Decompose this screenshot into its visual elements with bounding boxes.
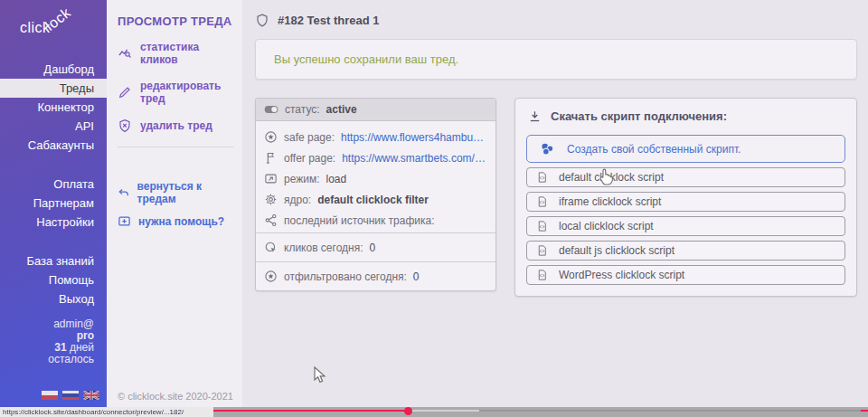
safe-page-row: safe page: https://www.flowers4hamburg.c… [256,127,495,147]
row-label: ядро: [284,194,311,206]
need-help-link[interactable]: нужна помощь? [118,214,233,228]
sidebar-item-partners[interactable]: Партнерам [0,194,107,213]
status-header-row: статус: active [256,99,495,121]
account-info: admin@ pro 31 дней осталось [0,318,107,365]
progress-end-marker [861,410,868,412]
sidebar-nav: Дашборд Треды Коннектор API Сабакаунты О… [0,45,107,308]
sidebar-item-knowledge-base[interactable]: База знаний [0,251,107,270]
thread-panel: ПРОСМОТР ТРЕДА статистика кликов редакти… [107,0,242,407]
file-code-icon [536,171,548,184]
status-value: active [326,103,357,116]
button-label: iframe clicklock script [559,195,661,208]
safe-page-link[interactable]: https://www.flowers4hamburg.com/ [341,131,487,144]
undo-icon [118,186,130,200]
sidebar-item-payment[interactable]: Оплата [0,175,107,194]
clicklock-logo: click lock [0,7,107,45]
link-label: вернуться к тредам [137,180,233,205]
panel-divider [118,147,233,147]
iframe-clicklock-script-button[interactable]: iframe clicklock script [526,192,845,212]
ads-click-icon [264,241,278,254]
sidebar-item-settings[interactable]: Настройки [0,213,107,232]
sidebar-item-dashboard[interactable]: Дашборд [0,60,107,79]
sidebar: click lock Дашборд Треды Коннектор API С… [0,0,107,407]
gear-icon [264,193,278,206]
action-edit-thread[interactable]: редактировать тред [118,80,233,105]
flag-icon [264,151,278,165]
row-label: режим: [284,173,320,185]
browser-status-url: https://clicklock.site/dashboard/connect… [0,407,213,417]
share-icon [264,213,278,227]
thread-panel-title: ПРОСМОТР ТРЕДА [118,14,233,28]
mode-value: load [326,173,347,185]
app-window: click lock Дашборд Треды Коннектор API С… [0,0,868,407]
nodes-icon [538,141,556,157]
toggle-on-icon [264,105,278,114]
russia-flag-icon[interactable] [62,391,79,400]
sidebar-item-connector[interactable]: Коннектор [0,98,107,117]
button-label: WordPress clicklock script [559,269,684,281]
sidebar-item-logout[interactable]: Выход [0,289,107,308]
filtered-today-value: 0 [413,270,420,283]
pencil-icon [118,85,132,100]
action-label: удалить тред [140,119,212,132]
wordpress-clicklock-script-button[interactable]: WordPress clicklock script [526,265,845,285]
progress-handle[interactable] [404,407,412,415]
page-title: #182 Test thread 1 [278,14,379,27]
main-content: #182 Test thread 1 Вы успешно сохранили … [242,0,868,407]
button-label: local clicklock script [559,220,654,232]
file-code-icon [536,220,548,232]
local-clicklock-script-button[interactable]: local clicklock script [526,216,845,236]
badge-star-icon [264,130,278,144]
offer-page-link[interactable]: https://www.smartbets.com/football/tea..… [342,152,487,165]
download-scripts-card: Скачать скрипт подключения: Создать свой… [514,98,857,297]
back-to-threads-link[interactable]: вернуться к тредам [118,180,233,205]
action-click-stats[interactable]: статистика кликов [118,41,233,66]
button-label: default js clicklock script [559,244,675,257]
thread-panel-links: вернуться к тредам нужна помощь? [118,180,233,228]
mode-row: режим: load [256,168,495,189]
filter-badge-icon [264,270,278,283]
thread-header: #182 Test thread 1 [255,13,857,28]
sidebar-item-threads[interactable]: Треды [0,79,107,98]
sidebar-item-help[interactable]: Помощь [0,270,107,289]
progress-buffer [409,410,479,412]
button-label: default clicklock script [559,171,664,184]
download-icon [528,109,542,123]
success-alert: Вы успешно сохранили ваш тред. [255,39,857,80]
stat-label: кликов сегодня: [284,242,363,254]
status-label: статус: [285,103,320,116]
sidebar-item-api[interactable]: API [0,117,107,136]
action-label: редактировать тред [140,80,233,105]
core-value: default clicklock filter [317,194,429,206]
row-label: последний источник трафика: [284,214,435,227]
help-plus-icon [118,214,131,228]
poland-flag-icon[interactable] [42,391,58,400]
scripts-card-header: Скачать скрипт подключения: [526,108,845,127]
row-label: offer page: [284,152,335,165]
action-delete-thread[interactable]: удалить тред [118,118,233,133]
offer-page-row: offer page: https://www.smartbets.com/fo… [256,147,495,168]
account-days-left: 31 дней осталось [13,342,94,365]
shield-icon [255,13,269,28]
create-custom-script-button[interactable]: Создать свой собственный скрипт. [526,135,845,163]
clicks-today-row: кликов сегодня: 0 [256,232,495,261]
sidebar-item-subaccounts[interactable]: Сабакаунты [0,136,107,155]
last-traffic-source-row: последний источник трафика: [256,210,495,231]
shield-x-icon [118,118,132,133]
action-label: статистика кликов [140,41,233,66]
filtered-today-row: отфильтровано сегодня: 0 [256,261,495,290]
file-code-icon [536,244,548,257]
button-label: Создать свой собственный скрипт. [567,143,741,156]
default-js-clicklock-script-button[interactable]: default js clicklock script [526,241,845,261]
thread-status-card: статус: active safe page: https://www.fl… [255,98,496,291]
stat-label: отфильтровано сегодня: [284,270,407,283]
scripts-card-title: Скачать скрипт подключения: [551,109,727,123]
core-row: ядро: default clicklock filter [256,189,495,210]
file-code-icon [536,195,548,208]
link-label: нужна помощь? [138,215,224,228]
file-code-icon [536,269,548,281]
row-label: safe page: [284,131,335,144]
default-clicklock-script-button[interactable]: default clicklock script [526,167,845,187]
language-switcher [0,365,107,407]
uk-flag-icon[interactable] [83,391,99,400]
